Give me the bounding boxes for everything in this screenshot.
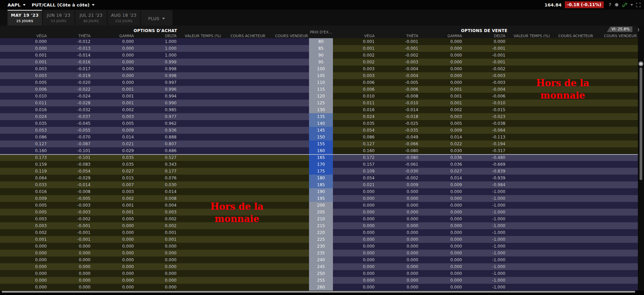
table-row[interactable]: 0.0000.0000.0000.0002500.0000.0000.000-1…	[0, 270, 638, 277]
gear-icon[interactable]	[614, 2, 619, 7]
table-row[interactable]: 0.005-0.0030.0010.0032050.0000.0000.000-…	[0, 209, 638, 216]
put-vega: 0.000	[333, 270, 376, 277]
table-row[interactable]: 0.159-0.0830.0350.3431700.157-0.0610.036…	[0, 161, 638, 168]
table-row[interactable]: 0.003-0.0020.0000.0022100.0000.0000.000-…	[0, 216, 638, 222]
column-header[interactable]: VALEUR TEMPS (%)	[178, 34, 222, 38]
table-row[interactable]: 0.064-0.0290.0150.0761800.054-0.0020.014…	[0, 175, 638, 181]
table-row[interactable]: 0.0000.0000.0000.0002350.0000.0000.000-1…	[0, 250, 638, 256]
put-vega: 0.002	[333, 52, 376, 59]
scroll-up-button[interactable]	[639, 61, 643, 66]
table-row[interactable]: 0.001-0.0140.0001.000900.002-0.0020.000-…	[0, 52, 638, 59]
vertical-scrollbar-thumb[interactable]	[640, 68, 642, 180]
table-row[interactable]: 0.0000.0000.0000.0002400.0000.0000.000-1…	[0, 256, 638, 263]
horizontal-scrollbar[interactable]	[0, 291, 644, 295]
table-row[interactable]: 0.173-0.1010.0350.5271650.172-0.0800.036…	[0, 154, 638, 161]
symbol-selector[interactable]: AAPL	[8, 2, 26, 8]
call-bid	[222, 243, 266, 250]
put-bid	[551, 202, 594, 209]
table-row[interactable]: 0.003-0.0010.0000.0022150.0000.0000.000-…	[0, 222, 638, 229]
column-header[interactable]: DELTA	[135, 34, 178, 38]
tab-expiration-1[interactable]: JUN 16 '2353 JOURS	[43, 10, 74, 26]
table-row[interactable]: 0.001-0.0010.0000.0012250.0000.0000.000-…	[0, 236, 638, 243]
table-row[interactable]: 0.003-0.0170.0000.9981000.003-0.0040.000…	[0, 65, 638, 72]
link-icon[interactable]	[622, 2, 627, 8]
call-vega: 0.003	[0, 216, 48, 222]
table-row[interactable]: 0.160-0.1010.0290.6861600.160-0.0800.030…	[0, 147, 638, 154]
call-vega: 0.033	[0, 181, 48, 188]
table-row[interactable]: 0.000-0.0130.0001.000850.001-0.0010.000-…	[0, 45, 638, 52]
expand-icon[interactable]	[636, 3, 641, 7]
call-theta: -0.014	[48, 181, 92, 188]
call-gamma: 0.000	[92, 250, 135, 256]
chevron-down-icon[interactable]	[630, 4, 633, 6]
table-row[interactable]: 0.005-0.0030.0010.0042000.0000.0000.000-…	[0, 202, 638, 209]
table-row[interactable]: 0.000-0.0120.0001.000800.001-0.0010.0000…	[0, 38, 638, 45]
call-vega: 0.005	[0, 79, 48, 86]
vertical-scrollbar[interactable]	[638, 51, 644, 295]
call-delta: 0.002	[135, 222, 178, 229]
put-delta: -1.000	[463, 216, 506, 222]
table-row[interactable]: 0.035-0.0450.0050.9621400.035-0.0250.005…	[0, 120, 638, 127]
call-vega: 0.000	[0, 270, 48, 277]
put-gamma: 0.005	[419, 120, 463, 127]
put-theta: -0.080	[376, 147, 419, 154]
put-gamma: 0.000	[419, 270, 463, 277]
table-row[interactable]: 0.016-0.0320.0020.9851300.016-0.0140.002…	[0, 106, 638, 113]
tab-expiration-3[interactable]: AUG 18 '23116 JOURS	[108, 10, 140, 26]
put-delta: -0.002	[463, 65, 506, 72]
table-row[interactable]: 0.0000.0000.0000.0002600.0000.0000.000-1…	[0, 284, 638, 291]
table-row[interactable]: 0.0000.0000.0000.0002300.0000.0000.000-1…	[0, 243, 638, 250]
column-header[interactable]: VÉGA	[0, 34, 48, 38]
table-row[interactable]: 0.002-0.0010.0000.0012200.0000.0000.000-…	[0, 229, 638, 236]
table-row[interactable]: 0.033-0.0140.0070.0301850.0210.0090.009-…	[0, 181, 638, 188]
view-selector[interactable]: PUT/CALL (Côte à côte)	[32, 2, 95, 8]
call-theta: -0.005	[48, 195, 92, 202]
put-vega: 0.000	[333, 243, 376, 250]
column-header[interactable]: THÊTA	[376, 34, 419, 38]
put-vega: 0.010	[333, 93, 376, 100]
call-time-value	[178, 181, 222, 188]
call-bid	[222, 93, 266, 100]
call-vega: 0.009	[0, 195, 48, 202]
horizontal-scrollbar-thumb[interactable]	[2, 291, 635, 293]
put-ask	[594, 175, 638, 181]
put-bid	[551, 161, 594, 168]
table-row[interactable]: 0.053-0.0550.0090.9361450.054-0.0350.009…	[0, 127, 638, 134]
column-header[interactable]: COURS ACHETEUR	[551, 34, 594, 38]
table-row[interactable]: 0.001-0.0160.0000.999950.002-0.0030.000-…	[0, 59, 638, 65]
call-theta: -0.022	[48, 86, 92, 93]
column-header[interactable]: THÊTA	[48, 34, 92, 38]
put-time-value	[506, 38, 551, 45]
call-delta: 0.001	[135, 236, 178, 243]
help-icon[interactable]: ?	[609, 2, 611, 7]
options-table: OPTIONS D'ACHAT OPTIONS DE VENTE PRIX D'…	[0, 26, 638, 291]
table-row[interactable]: 0.0000.0000.0000.0002550.0000.0000.000-1…	[0, 277, 638, 284]
column-header[interactable]: COURS ACHETEUR	[222, 34, 266, 38]
table-row[interactable]: 0.009-0.0050.0020.0081950.0000.0000.000-…	[0, 195, 638, 202]
put-ask	[594, 127, 638, 134]
column-header[interactable]: VALEUR TEMPS (%)	[506, 34, 551, 38]
put-ask	[594, 243, 638, 250]
table-row[interactable]: 0.086-0.0700.0140.8881500.086-0.0490.014…	[0, 134, 638, 141]
column-header[interactable]: GAMMA	[92, 34, 135, 38]
column-header[interactable]: VÉGA	[333, 34, 376, 38]
strike-price: 215	[309, 222, 333, 229]
column-header[interactable]: COURS VENDEUR	[594, 34, 638, 38]
table-row[interactable]: 0.127-0.0870.0210.8071550.127-0.0660.022…	[0, 141, 638, 147]
column-header[interactable]: DELTA	[463, 34, 506, 38]
tab-expiration-2[interactable]: JUL 21 '2388 JOURS	[75, 10, 107, 26]
tab-expiration-4[interactable]: PLUS	[141, 10, 172, 26]
table-row[interactable]: 0.0000.0000.0000.0002450.0000.0000.000-1…	[0, 263, 638, 270]
tab-expiration-0[interactable]: MAY 19 '2325 JOURS	[8, 10, 42, 26]
table-row[interactable]: 0.024-0.0370.0030.9771350.024-0.0180.003…	[0, 113, 638, 120]
column-header[interactable]: GAMMA	[419, 34, 463, 38]
column-header[interactable]: COURS VENDEUR	[266, 34, 309, 38]
table-row[interactable]: 0.119-0.0540.0270.1771750.109-0.0300.027…	[0, 168, 638, 175]
put-theta: 0.000	[376, 243, 419, 250]
table-row[interactable]: 0.016-0.0080.0030.0141900.0000.0000.000-…	[0, 188, 638, 195]
call-theta: -0.012	[48, 38, 92, 45]
call-ask	[266, 250, 309, 256]
strike-price: 170	[309, 161, 333, 168]
put-ask	[594, 113, 638, 120]
put-time-value	[506, 147, 551, 154]
